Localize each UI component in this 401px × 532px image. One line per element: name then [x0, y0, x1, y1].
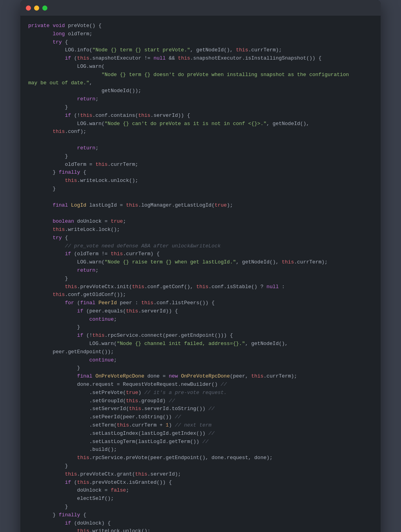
- code-window: private void preVote() { long oldTerm; t…: [20, 0, 381, 532]
- maximize-button[interactable]: [42, 5, 47, 11]
- close-button[interactable]: [26, 5, 31, 11]
- code-content: private void preVote() { long oldTerm; t…: [20, 16, 381, 532]
- titlebar: [20, 0, 381, 16]
- minimize-button[interactable]: [34, 5, 39, 11]
